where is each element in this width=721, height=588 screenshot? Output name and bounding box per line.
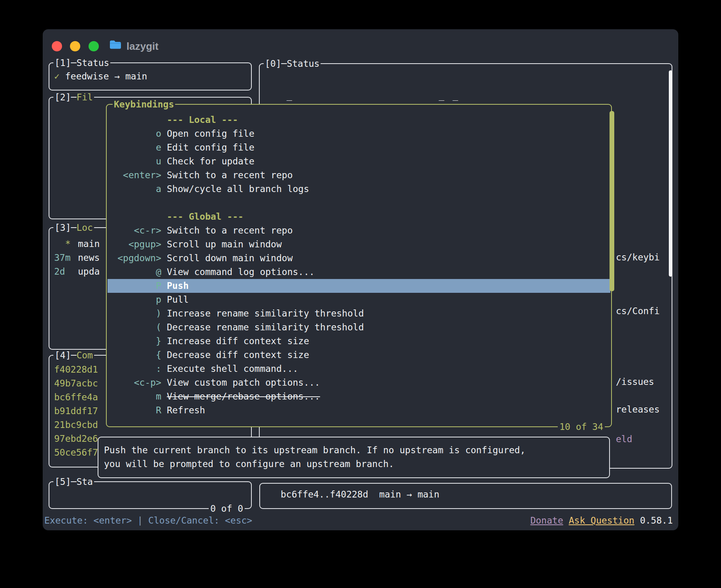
keybinding-key: R: [112, 403, 161, 417]
clipped-text-releases-link: releases: [616, 404, 660, 415]
keybinding-row[interactable]: <pgdown>Scroll down main window: [108, 251, 610, 265]
titlebar: lazygit: [43, 29, 678, 57]
branch-name: main: [78, 237, 100, 251]
keybinding-row[interactable]: <c-r>Switch to a recent repo: [108, 224, 610, 237]
clipped-text-config-link: cs/Confi: [616, 306, 660, 316]
minimize-window-button[interactable]: [70, 41, 80, 51]
keybinding-key: @: [112, 265, 161, 279]
keybindings-popup-title: Keybindings: [113, 99, 175, 109]
keybinding-key: o: [112, 127, 161, 141]
keybinding-row[interactable]: <pgup>Scroll up main window: [108, 237, 610, 251]
current-branch-star-icon: *: [54, 237, 76, 251]
panel-command-log[interactable]: bc6ffe4..f40228d main → main: [259, 483, 672, 509]
keybinding-blank-row: [108, 196, 610, 210]
keybinding-key: a: [112, 182, 161, 196]
panel-stash[interactable]: [5]─Sta 0 of 0: [49, 481, 252, 509]
main-panel-scrollbar-thumb[interactable]: [669, 70, 672, 277]
repo-branch-text: feedwise → main: [60, 71, 147, 81]
keybinding-description: Decrease rename similarity threshold: [167, 320, 364, 334]
keybinding-key: <c-r>: [112, 224, 161, 237]
keybinding-key: <pgdown>: [112, 251, 161, 265]
version-label: 0.58.1: [640, 514, 673, 526]
panel-stash-title: [5]─Sta: [53, 477, 94, 487]
keybinding-description: Edit config file: [167, 141, 255, 155]
folder-icon: [109, 40, 121, 52]
keybinding-section-header: --- Local ---: [108, 113, 610, 127]
keybinding-row[interactable]: @View command log options...: [108, 265, 610, 279]
keybinding-row[interactable]: }Increase diff context size: [108, 334, 610, 348]
description-line-2: you will be prompted to configure an ups…: [104, 457, 609, 471]
status-bar: Execute: <enter> | Close/Cancel: <esc> D…: [44, 514, 673, 526]
ascii-art-fragment: _: [453, 90, 458, 100]
keybinding-description: Pull: [167, 293, 189, 307]
keybinding-description: Push: [167, 279, 189, 293]
lazygit-window: lazygit [1]─Status ✓ feedwise → main [0]…: [43, 29, 678, 530]
keybinding-row[interactable]: RRefresh: [108, 403, 610, 417]
keybinding-key: p: [112, 293, 161, 307]
keybinding-row[interactable]: )Increase rename similarity threshold: [108, 307, 610, 320]
keybinding-key: <pgup>: [112, 237, 161, 251]
keybinding-key: e: [112, 141, 161, 155]
branch-name: upda: [78, 265, 100, 279]
clipped-text-keybindings-link: cs/keybi: [616, 252, 660, 262]
keybinding-row[interactable]: PPush: [108, 279, 610, 293]
keybinding-row[interactable]: :Execute shell command...: [108, 362, 610, 376]
keybindings-list: --- Local ---oOpen config fileeEdit conf…: [108, 113, 610, 417]
section-title: --- Local ---: [167, 113, 238, 127]
branch-recency: 2d: [54, 265, 76, 279]
keybinding-row[interactable]: uCheck for update: [108, 155, 610, 168]
keybinding-row[interactable]: aShow/cycle all branch logs: [108, 182, 610, 196]
ask-question-link[interactable]: Ask Question: [569, 514, 634, 526]
keybinding-description: View command log options...: [167, 265, 315, 279]
donate-link[interactable]: Donate: [530, 514, 563, 526]
keybindings-counter: 10 of 34: [558, 422, 605, 432]
ascii-art-fragment: _: [439, 90, 444, 100]
keybinding-description: Switch to a recent repo: [167, 224, 293, 237]
section-title: --- Global ---: [167, 210, 243, 224]
keybindings-scrollbar-thumb[interactable]: [610, 111, 614, 291]
keybinding-key: [112, 196, 161, 210]
window-title: lazygit: [126, 40, 159, 53]
keybinding-key: <c-p>: [112, 376, 161, 390]
keybinding-description: View merge/rebase options...: [167, 390, 320, 403]
keybinding-key: ): [112, 307, 161, 320]
keybinding-key: [112, 210, 161, 224]
keybinding-key: :: [112, 362, 161, 376]
panel-files-title: [2]─Fil: [53, 92, 94, 102]
keybinding-description: Decrease diff context size: [167, 348, 309, 362]
keybinding-description: Show/cycle all branch logs: [167, 182, 309, 196]
keybinding-row[interactable]: pPull: [108, 293, 610, 307]
keymap-hints: Execute: <enter> | Close/Cancel: <esc>: [44, 514, 252, 526]
close-window-button[interactable]: [52, 41, 62, 51]
keybinding-description: Scroll up main window: [167, 237, 282, 251]
keybindings-popup: Keybindings --- Local ---oOpen config fi…: [106, 104, 612, 427]
ascii-art-fragment: _: [287, 90, 292, 100]
keybinding-row[interactable]: (Decrease rename similarity threshold: [108, 320, 610, 334]
keybinding-row[interactable]: <enter>Switch to a recent repo: [108, 168, 610, 182]
keybinding-key: P: [112, 279, 161, 293]
keybinding-row[interactable]: oOpen config file: [108, 127, 610, 141]
keybinding-key: <enter>: [112, 168, 161, 182]
description-line-1: Push the current branch to its upstream …: [104, 443, 609, 457]
maximize-window-button[interactable]: [89, 41, 99, 51]
keybinding-key: (: [112, 320, 161, 334]
keybinding-key: {: [112, 348, 161, 362]
keybinding-section-header: --- Global ---: [108, 210, 610, 224]
keybinding-key: m: [112, 390, 161, 403]
status-bar-links: Donate Ask Question 0.58.1: [530, 514, 673, 526]
keybinding-description: Scroll down main window: [167, 251, 293, 265]
keybinding-description: Increase rename similarity threshold: [167, 307, 364, 320]
keybinding-description: Refresh: [167, 403, 205, 417]
panel-status-1-title: [1]─Status: [53, 58, 110, 68]
keybinding-row[interactable]: <c-p>View custom patch options...: [108, 376, 610, 390]
keybinding-row[interactable]: eEdit config file: [108, 141, 610, 155]
keybinding-description: Check for update: [167, 155, 255, 168]
keybinding-description: Switch to a recent repo: [167, 168, 293, 182]
branch-recency: 37m: [54, 251, 76, 265]
keybinding-row[interactable]: mView merge/rebase options...: [108, 390, 610, 403]
panel-status-1[interactable]: [1]─Status ✓ feedwise → main: [49, 62, 252, 90]
keybinding-key: }: [112, 334, 161, 348]
keybinding-row[interactable]: {Decrease diff context size: [108, 348, 610, 362]
keybinding-description: View custom patch options...: [167, 376, 320, 390]
keybinding-description: Increase diff context size: [167, 334, 309, 348]
